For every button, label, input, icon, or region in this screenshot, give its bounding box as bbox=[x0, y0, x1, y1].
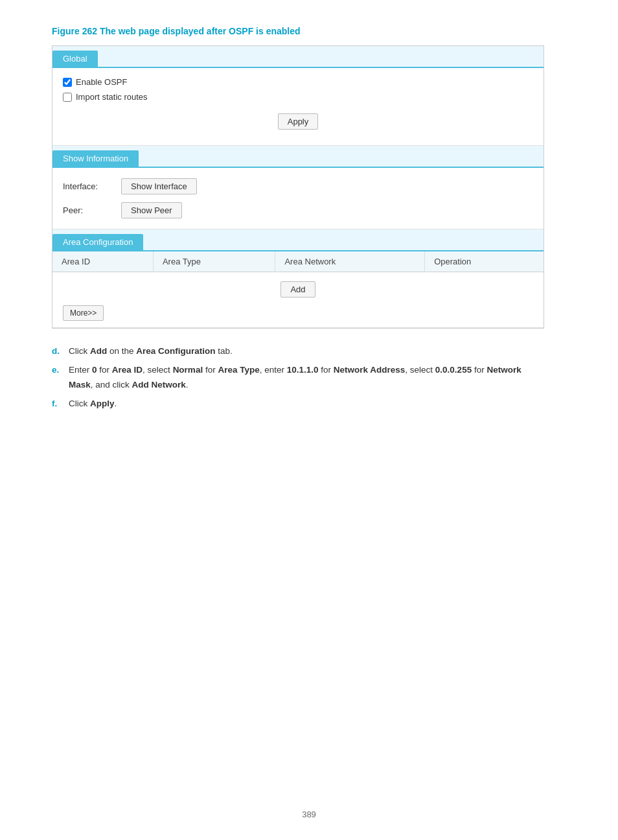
more-button[interactable]: More>> bbox=[63, 305, 104, 321]
global-section-header: Global bbox=[52, 46, 544, 68]
instruction-f-letter: f. bbox=[52, 397, 63, 412]
enable-ospf-row: Enable OSPF bbox=[63, 75, 533, 89]
global-tab[interactable]: Global bbox=[52, 51, 98, 67]
interface-label: Interface: bbox=[63, 181, 121, 191]
instruction-d: d. Click Add on the Area Configuration t… bbox=[52, 344, 544, 359]
operation-header: Operation bbox=[425, 251, 544, 272]
area-network-header: Area Network bbox=[275, 251, 425, 272]
page-number: 389 bbox=[302, 810, 316, 819]
area-configuration-section-body: Area ID Area Type Area Network Operation… bbox=[52, 251, 544, 328]
ui-panel: Global Enable OSPF Import static routes … bbox=[52, 45, 544, 329]
global-section-body: Enable OSPF Import static routes Apply bbox=[52, 68, 544, 146]
instruction-f-text: Click Apply. bbox=[69, 397, 544, 412]
show-information-section-body: Interface: Show Interface Peer: Show Pee… bbox=[52, 168, 544, 229]
import-static-routes-label: Import static routes bbox=[76, 92, 148, 102]
show-information-section-header: Show Information bbox=[52, 146, 544, 168]
area-configuration-section-header: Area Configuration bbox=[52, 229, 544, 251]
instruction-d-letter: d. bbox=[52, 344, 63, 359]
area-table-header-row: Area ID Area Type Area Network Operation bbox=[52, 251, 544, 272]
import-static-routes-checkbox[interactable] bbox=[63, 93, 72, 102]
show-information-tab[interactable]: Show Information bbox=[52, 150, 139, 167]
import-static-routes-row: Import static routes bbox=[63, 89, 533, 104]
page-container: Figure 262 The web page displayed after … bbox=[0, 0, 618, 840]
enable-ospf-label: Enable OSPF bbox=[76, 77, 128, 87]
instruction-d-text: Click Add on the Area Configuration tab. bbox=[69, 344, 544, 359]
peer-row: Peer: Show Peer bbox=[63, 198, 533, 222]
apply-row: Apply bbox=[63, 104, 533, 139]
instruction-e-text: Enter 0 for Area ID, select Normal for A… bbox=[69, 363, 544, 393]
show-interface-button[interactable]: Show Interface bbox=[121, 178, 197, 194]
show-peer-button[interactable]: Show Peer bbox=[121, 202, 182, 218]
enable-ospf-checkbox[interactable] bbox=[63, 78, 72, 87]
area-table: Area ID Area Type Area Network Operation bbox=[52, 251, 544, 272]
figure-title: Figure 262 The web page displayed after … bbox=[52, 26, 566, 36]
area-id-header: Area ID bbox=[52, 251, 153, 272]
add-button[interactable]: Add bbox=[280, 281, 315, 298]
interface-row: Interface: Show Interface bbox=[63, 174, 533, 198]
area-type-header: Area Type bbox=[153, 251, 275, 272]
apply-button[interactable]: Apply bbox=[278, 113, 319, 130]
area-configuration-tab[interactable]: Area Configuration bbox=[52, 234, 143, 250]
peer-label: Peer: bbox=[63, 205, 121, 215]
add-row: Add bbox=[52, 272, 544, 303]
instruction-f: f. Click Apply. bbox=[52, 397, 544, 412]
instructions: d. Click Add on the Area Configuration t… bbox=[52, 344, 544, 412]
instruction-e: e. Enter 0 for Area ID, select Normal fo… bbox=[52, 363, 544, 393]
instruction-e-letter: e. bbox=[52, 363, 63, 378]
